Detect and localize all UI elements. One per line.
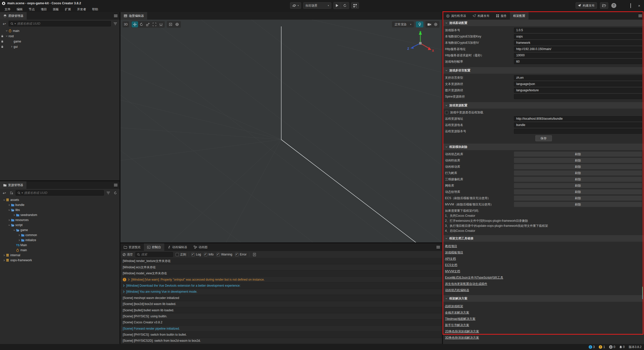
doc-link[interactable]: 游戏模板项目 — [445, 250, 463, 255]
remove-module-button[interactable]: 剔除 — [514, 158, 642, 163]
section-header-游戏资源配置[interactable]: 游戏资源配置 — [443, 102, 644, 109]
console-log-row[interactable]: [Scene] Forward render pipeline initiali… — [120, 326, 442, 332]
console-log-row[interactable]: [Window] Download the Vue Devtools exten… — [120, 283, 442, 289]
text-input[interactable]: 1.0.5 — [514, 28, 642, 33]
hierarchy-item-root[interactable]: root — [0, 33, 119, 39]
asset-item-common[interactable]: common — [0, 233, 119, 238]
asset-item-game[interactable]: game — [0, 228, 119, 233]
rect-tool-button[interactable] — [151, 21, 158, 27]
tab-服务[interactable]: 服务 — [493, 12, 510, 20]
status-info-counter[interactable]: i 3 — [589, 345, 595, 349]
doc-link[interactable]: 原生包热更新配置自动生成插件 — [445, 282, 487, 286]
console-log-row[interactable]: [Scene] [PHYSICS]: using builtin. — [120, 313, 442, 319]
doc-link[interactable]: Tiledmap地图解决方案 — [445, 317, 475, 321]
asset-item-assets[interactable]: assets — [0, 197, 119, 202]
rotate-tool-button[interactable] — [138, 21, 145, 27]
console-log-row[interactable]: [Scene] [PHYSICS]: switch from builtin t… — [120, 332, 442, 338]
tab-scene-editor[interactable]: 场景编辑器 — [120, 12, 147, 20]
chevron-right-icon[interactable] — [2, 254, 6, 256]
expand-log-icon[interactable] — [123, 290, 125, 293]
hierarchy-item-main[interactable]: main — [0, 28, 119, 33]
console-log-row[interactable]: [Window] ecs文件夹存在 — [120, 264, 442, 270]
status-notification-counter[interactable]: 0 — [619, 345, 625, 349]
help-button[interactable]: ? — [611, 3, 616, 8]
asset-item-seedrandom[interactable]: seedrandom — [0, 212, 119, 217]
chevron-right-icon[interactable] — [2, 259, 6, 261]
remove-module-button[interactable]: 剔除 — [514, 177, 642, 182]
chevron-right-icon[interactable] — [10, 46, 14, 48]
doc-link[interactable]: 新手引导解决方案 — [445, 323, 469, 327]
section-header-框架模块剔除[interactable]: 框架模块剔除 — [443, 144, 644, 150]
inspector-menu-button[interactable] — [636, 12, 644, 20]
asset-item-bundle[interactable]: bundle — [0, 202, 119, 207]
play-button[interactable] — [334, 2, 341, 9]
regex-checkbox[interactable]: 正则 — [176, 252, 186, 257]
section-header-框架解决方案[interactable]: 框架解决方案 — [443, 295, 644, 302]
remote-load-checkbox-row[interactable]: 游戏中资源是否远程加载 — [445, 110, 642, 115]
doc-link[interactable]: API文档 — [445, 257, 456, 261]
hierarchy-item-gui[interactable]: gui — [0, 44, 119, 49]
hierarchy-filter-button[interactable] — [112, 21, 118, 26]
menu-帮助[interactable]: 帮助 — [90, 7, 101, 12]
chevron-right-icon[interactable] — [7, 204, 11, 206]
tab-assets[interactable]: 资源管理器 — [0, 181, 26, 189]
refresh-assets-button[interactable] — [112, 190, 118, 196]
remove-module-button[interactable]: 剔除 — [514, 152, 642, 157]
preview-target-button[interactable]: ▾ — [290, 2, 301, 9]
render-mode-dropdown[interactable]: 正常渲染 ▾ — [392, 21, 414, 27]
asset-item-oops-framework[interactable]: oops-framework — [0, 258, 119, 263]
section-header-游戏基础配置[interactable]: 游戏基础配置 — [443, 20, 644, 26]
text-input[interactable] — [514, 94, 642, 99]
console-log-row[interactable]: [Window] You are running Vue in developm… — [120, 289, 442, 295]
scrollbar-thumb[interactable] — [642, 287, 643, 299]
expand-log-icon[interactable] — [123, 284, 125, 287]
scene-camera-button[interactable] — [426, 21, 432, 27]
console-menu-button[interactable] — [434, 243, 442, 251]
menu-面板[interactable]: 面板 — [50, 7, 61, 12]
console-log-row[interactable]: [Window] render_texture文件夹存在 — [120, 258, 442, 264]
create-node-button[interactable]: +▾ — [2, 21, 7, 26]
menu-开发者[interactable]: 开发者 — [74, 7, 89, 12]
text-input[interactable]: framework — [514, 40, 642, 45]
chevron-down-icon[interactable] — [5, 30, 9, 32]
text-input[interactable]: http://192.168.0.150/main/ — [514, 47, 642, 52]
remove-module-button[interactable]: 剔除 — [514, 202, 642, 207]
tab-动画编辑器[interactable]: 动画编辑器 — [164, 243, 190, 251]
tab-框架配置[interactable]: 框架配置 — [510, 12, 529, 20]
ui-transform-tool-button[interactable] — [158, 21, 164, 27]
asset-item-main[interactable]: main — [0, 248, 119, 253]
doc-link[interactable]: 教程项目 — [445, 244, 457, 248]
expand-log-icon[interactable] — [128, 278, 130, 281]
open-project-folder-button[interactable] — [600, 2, 608, 9]
build-publish-button[interactable]: 构建发布 — [576, 2, 597, 9]
doc-link[interactable]: Excel格式转Json文件与TypeScript代码工具 — [445, 276, 503, 280]
menu-编辑[interactable]: 编辑 — [14, 7, 25, 12]
scene-viewport[interactable]: 3D — [120, 20, 442, 242]
chevron-down-icon[interactable] — [7, 224, 11, 226]
chevron-right-icon[interactable] — [7, 219, 11, 221]
assets-filter-button[interactable] — [105, 190, 111, 196]
save-button[interactable]: 保存 — [535, 135, 552, 141]
console-search-input[interactable]: 搜索 — [135, 252, 173, 257]
remove-module-button[interactable]: 剔除 — [514, 189, 642, 194]
console-log-row[interactable]: [Scene] meshopt wasm decoder initialized — [120, 295, 442, 301]
close-button[interactable]: × — [636, 4, 642, 8]
asset-item-Main[interactable]: TSMain — [0, 243, 119, 248]
text-input[interactable]: oops — [514, 34, 642, 39]
hierarchy-item-game[interactable]: game — [0, 39, 119, 44]
menu-项目[interactable]: 项目 — [38, 7, 49, 12]
remove-module-button[interactable]: 剔除 — [514, 164, 642, 169]
tab-控制台[interactable]: 控制台 — [144, 243, 164, 251]
open-log-file-button[interactable] — [252, 252, 257, 257]
asset-item-script[interactable]: script — [0, 223, 119, 228]
text-input[interactable]: bundle — [514, 122, 642, 127]
chevron-right-icon[interactable] — [17, 239, 21, 241]
console-log-row[interactable]: [Scene] [bullet]:bullet wasm lib loaded. — [120, 307, 442, 313]
console-log-row[interactable]: [Scene] [box2d]:box2d wasm lib loaded. — [120, 301, 442, 307]
sort-assets-button[interactable] — [9, 190, 14, 196]
chevron-down-icon[interactable] — [5, 35, 9, 37]
maximize-button[interactable] — [628, 4, 633, 8]
doc-link[interactable]: 战棋游戏框架 — [445, 304, 463, 309]
scene-select-dropdown[interactable]: 当前场景 ▾ — [303, 2, 331, 9]
text-input[interactable]: http://localhost:8083/assets/bundle — [514, 116, 642, 121]
